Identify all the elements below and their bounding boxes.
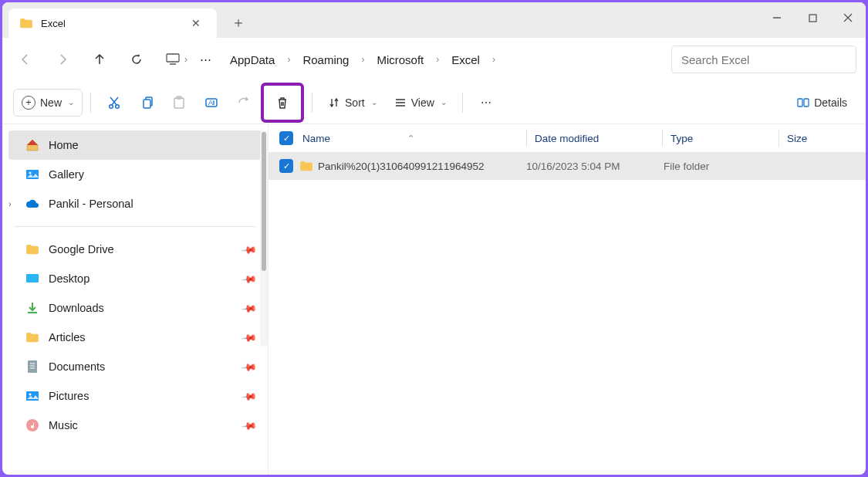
column-headers: ✓ Name ⌃ Date modified Type Size <box>269 124 866 152</box>
sort-button[interactable]: Sort ⌄ <box>320 89 385 117</box>
svg-rect-20 <box>804 99 809 107</box>
chevron-right-icon: › <box>285 54 292 65</box>
svg-rect-19 <box>798 99 802 107</box>
sidebar-item-label: Music <box>49 419 78 431</box>
maximize-button[interactable] <box>795 2 830 33</box>
svg-rect-23 <box>26 274 39 282</box>
chevron-down-icon: ⌄ <box>68 98 74 107</box>
sidebar-item-label: Articles <box>49 331 86 343</box>
svg-rect-24 <box>28 360 37 373</box>
chevron-right-icon[interactable]: › <box>8 199 12 208</box>
music-icon <box>25 418 39 432</box>
view-icon <box>394 96 407 109</box>
pin-icon: 📌 <box>241 417 258 434</box>
folder-icon <box>25 242 39 256</box>
sidebar-item-documents[interactable]: Documents 📌 <box>2 352 268 381</box>
plus-icon: + <box>22 96 35 110</box>
pin-icon: 📌 <box>241 270 258 287</box>
document-icon <box>25 360 39 374</box>
search-input[interactable] <box>671 46 856 73</box>
folder-icon <box>299 161 313 171</box>
svg-point-22 <box>29 172 32 174</box>
chevron-right-icon: › <box>434 54 441 65</box>
breadcrumb[interactable]: › ⋯ AppData › Roaming › Microsoft › Exce… <box>160 46 662 73</box>
paste-button[interactable] <box>164 89 194 117</box>
svg-point-30 <box>26 419 39 431</box>
pin-icon: 📌 <box>241 387 258 404</box>
download-icon <box>25 301 39 315</box>
sidebar-item-downloads[interactable]: Downloads 📌 <box>2 293 268 323</box>
copy-button[interactable] <box>131 89 162 117</box>
column-size[interactable]: Size <box>779 133 866 144</box>
refresh-button[interactable] <box>123 46 150 73</box>
file-name: Pankil%20(1)310640991211964952 <box>318 161 484 172</box>
sidebar-item-articles[interactable]: Articles 📌 <box>2 323 268 352</box>
titlebar: Excel ✕ ＋ <box>2 2 866 38</box>
close-tab-button[interactable]: ✕ <box>186 13 206 33</box>
new-tab-button[interactable]: ＋ <box>225 8 252 36</box>
sidebar-item-onedrive[interactable]: › Pankil - Personal <box>2 189 268 218</box>
share-button[interactable] <box>228 89 259 117</box>
more-button[interactable]: ⋯ <box>471 89 502 117</box>
search-field[interactable] <box>681 53 846 66</box>
close-window-button[interactable] <box>830 2 866 33</box>
file-type: File folder <box>664 161 779 172</box>
chevron-down-icon: ⌄ <box>371 98 377 107</box>
pin-icon: 📌 <box>241 241 258 258</box>
pc-icon[interactable] <box>166 52 180 67</box>
svg-point-29 <box>29 394 32 396</box>
sidebar-item-home[interactable]: Home <box>8 130 262 160</box>
up-button[interactable] <box>86 46 113 73</box>
minimize-button[interactable] <box>759 2 795 33</box>
chevron-right-icon: › <box>183 54 189 65</box>
rename-button[interactable]: A <box>196 89 227 117</box>
folder-icon <box>19 18 33 29</box>
delete-button[interactable] <box>267 89 298 117</box>
file-list: ✓ Name ⌃ Date modified Type Size ✓ Panki… <box>269 124 866 475</box>
details-icon <box>797 96 809 109</box>
svg-rect-11 <box>174 98 184 108</box>
row-checkbox[interactable]: ✓ <box>279 159 293 173</box>
sidebar-item-gallery[interactable]: Gallery <box>2 160 268 189</box>
navbar: › ⋯ AppData › Roaming › Microsoft › Exce… <box>2 38 866 81</box>
breadcrumb-item[interactable]: AppData <box>222 50 282 69</box>
sidebar-item-label: Gallery <box>49 168 84 181</box>
breadcrumb-item[interactable]: Excel <box>444 50 488 69</box>
sidebar-item-gdrive[interactable]: Google Drive 📌 <box>2 235 268 264</box>
column-name[interactable]: Name ⌃ <box>302 133 526 144</box>
sidebar-item-desktop[interactable]: Desktop 📌 <box>2 264 268 293</box>
view-button[interactable]: View ⌄ <box>387 89 454 117</box>
tab-title: Excel <box>41 18 178 29</box>
svg-rect-4 <box>167 54 179 62</box>
cut-button[interactable] <box>99 89 130 117</box>
breadcrumb-more[interactable]: ⋯ <box>192 49 219 69</box>
details-button[interactable]: Details <box>789 89 855 117</box>
sidebar: Home Gallery › Pankil - Personal Google … <box>2 124 269 475</box>
forward-button[interactable] <box>49 46 76 73</box>
svg-rect-21 <box>26 170 39 179</box>
gallery-icon <box>25 167 39 181</box>
chevron-right-icon: › <box>360 54 366 65</box>
select-all-checkbox[interactable]: ✓ <box>279 131 293 145</box>
file-explorer-window: Excel ✕ ＋ › ⋯ AppData › Roaming › Micros… <box>2 2 866 475</box>
sidebar-item-label: Documents <box>49 360 105 373</box>
breadcrumb-item[interactable]: Roaming <box>295 50 356 69</box>
body: Home Gallery › Pankil - Personal Google … <box>2 124 866 475</box>
svg-rect-10 <box>144 100 150 108</box>
back-button[interactable] <box>12 46 39 73</box>
gallery-icon <box>25 389 39 403</box>
sidebar-scrollbar[interactable] <box>260 130 268 347</box>
sidebar-item-label: Home <box>49 139 79 151</box>
sidebar-item-pictures[interactable]: Pictures 📌 <box>2 381 268 411</box>
column-type[interactable]: Type <box>663 133 778 144</box>
file-date: 10/16/2023 5:04 PM <box>526 161 664 172</box>
sidebar-item-label: Downloads <box>49 302 104 314</box>
tab-excel[interactable]: Excel ✕ <box>8 8 217 38</box>
breadcrumb-item[interactable]: Microsoft <box>369 50 431 69</box>
file-row[interactable]: ✓ Pankil%20(1)310640991211964952 10/16/2… <box>269 152 866 180</box>
sidebar-item-music[interactable]: Music 📌 <box>2 411 268 440</box>
column-date[interactable]: Date modified <box>527 133 662 144</box>
pin-icon: 📌 <box>241 358 258 375</box>
home-icon <box>25 138 39 152</box>
new-button[interactable]: + New ⌄ <box>13 89 83 117</box>
